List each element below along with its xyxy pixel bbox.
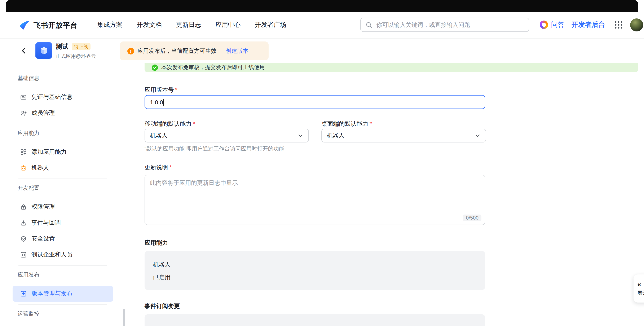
sidebar-item-label: 事件与回调 xyxy=(32,219,61,227)
sidebar-group-title-release: 应用发布 xyxy=(18,272,108,278)
app-icon xyxy=(35,42,52,59)
tab-developer-console[interactable]: 开发者后台 xyxy=(572,12,605,38)
sidebar-group-title-capability: 应用能力 xyxy=(18,130,108,136)
apps-grid-icon[interactable] xyxy=(614,20,623,29)
mobile-capability-select[interactable]: 机器人 xyxy=(144,129,309,142)
nav-item-changelog[interactable]: 更新日志 xyxy=(176,21,201,29)
sidebar-item-version-release[interactable]: 版本管理与发布 xyxy=(12,286,113,302)
nav-item-app-center[interactable]: 应用中心 xyxy=(215,21,240,29)
brand-logo[interactable]: 飞书开放平台 xyxy=(19,19,78,32)
chevron-left-icon xyxy=(20,46,28,55)
success-banner: 本次发布免审核，提交发布后即可上线使用 xyxy=(144,63,638,72)
sidebar-item-label: 机器人 xyxy=(32,164,49,172)
required-asterisk: * xyxy=(175,86,178,93)
lock-icon xyxy=(20,204,27,210)
sidebar-item-label: 成员管理 xyxy=(32,109,55,117)
sidebar-divider xyxy=(18,124,107,124)
capability-status: 已启用 xyxy=(153,274,170,282)
page: 飞书开放平台 集成方案 开发文档 更新日志 应用中心 开发者广场 问答 开发者后… xyxy=(0,0,644,326)
search-input[interactable] xyxy=(376,21,524,28)
nav-item-integration-solutions[interactable]: 集成方案 xyxy=(97,21,122,29)
app-subtitle: 正式应用@环界云 xyxy=(56,53,96,60)
search-icon xyxy=(366,22,372,28)
app-header: 飞书开放平台 集成方案 开发文档 更新日志 应用中心 开发者广场 问答 开发者后… xyxy=(0,12,644,38)
sidebar-group-title-devconfig: 开发配置 xyxy=(18,185,108,192)
desktop-capability-label: 桌面端的默认能力* xyxy=(321,120,372,128)
sidebar-item-bot[interactable]: 机器人 xyxy=(12,160,113,176)
capability-hint: “默认的应用功能”即用户通过工作台访问应用时打开的功能 xyxy=(144,145,284,152)
robot-icon xyxy=(20,165,27,172)
id-card-icon xyxy=(20,94,27,100)
required-asterisk: * xyxy=(193,120,195,127)
app-status-badge: 待上线 xyxy=(72,43,90,50)
version-value: 1.0.0 xyxy=(150,99,163,106)
required-asterisk: * xyxy=(370,120,372,127)
sidebar-divider xyxy=(18,178,107,179)
window-top-bar xyxy=(6,0,638,12)
alert-banner: ! 应用发布后，当前配置方可生效 创建版本 xyxy=(120,42,268,60)
success-text: 本次发布免审核，提交发布后即可上线使用 xyxy=(161,64,265,71)
brand-name: 飞书开放平台 xyxy=(34,20,78,30)
expand-panel-button[interactable]: « 展开 xyxy=(634,274,644,302)
back-button[interactable] xyxy=(19,46,28,55)
chevron-down-icon xyxy=(475,132,480,138)
sidebar-scrollbar[interactable] xyxy=(123,309,125,326)
capability-name: 机器人 xyxy=(153,261,170,268)
sidebar-item-label: 凭证与基础信息 xyxy=(32,94,72,101)
add-capability-icon xyxy=(20,149,27,156)
nav-item-dev-docs[interactable]: 开发文档 xyxy=(136,21,162,29)
sidebar-item-label: 安全设置 xyxy=(32,235,55,242)
nav-item-developer-marketplace[interactable]: 开发者广场 xyxy=(255,21,286,29)
main-nav: 集成方案 开发文档 更新日志 应用中心 开发者广场 xyxy=(97,12,286,38)
double-chevron-left-icon: « xyxy=(637,280,641,288)
create-version-link[interactable]: 创建版本 xyxy=(226,47,248,55)
capability-section-title: 应用能力 xyxy=(144,239,168,247)
sidebar-divider xyxy=(18,265,107,266)
sidebar-item-members[interactable]: 成员管理 xyxy=(12,105,113,121)
text-caret xyxy=(164,99,164,106)
code-brackets-icon xyxy=(20,252,27,258)
sidebar-item-test-org[interactable]: 测试企业和人员 xyxy=(12,247,113,263)
version-input[interactable]: 1.0.0 xyxy=(144,95,485,109)
tab-label: 开发者后台 xyxy=(572,20,605,29)
sidebar-item-security-settings[interactable]: 安全设置 xyxy=(12,231,113,247)
success-check-icon xyxy=(152,64,158,70)
qa-icon xyxy=(540,20,548,29)
sidebar-item-label: 添加应用能力 xyxy=(32,148,66,156)
sidebar-item-label: 权限管理 xyxy=(32,203,55,211)
sidebar-divider xyxy=(18,304,107,305)
arrow-up-box-icon xyxy=(20,290,27,297)
qa-button[interactable]: 问答 xyxy=(540,12,564,38)
required-asterisk: * xyxy=(169,164,172,170)
char-counter: 0/500 xyxy=(463,214,482,221)
expand-label: 展开 xyxy=(637,289,644,296)
sidebar-item-label: 版本管理与发布 xyxy=(32,290,72,298)
inbox-arrow-icon xyxy=(20,220,27,226)
update-notes-field: 0/500 xyxy=(144,175,485,225)
event-panel xyxy=(144,314,485,326)
version-label: 应用版本号* xyxy=(144,86,178,94)
feishu-logo-icon xyxy=(19,20,30,31)
sidebar-item-credentials[interactable]: 凭证与基础信息 xyxy=(12,89,113,105)
desktop-capability-select[interactable]: 机器人 xyxy=(321,129,486,142)
chevron-down-icon xyxy=(298,132,303,138)
search-box xyxy=(360,18,529,32)
update-notes-textarea[interactable] xyxy=(145,175,485,224)
sidebar-item-label: 测试企业和人员 xyxy=(32,251,72,258)
app-name: 测试 xyxy=(56,43,68,51)
mobile-capability-label: 移动端的默认能力* xyxy=(144,120,195,128)
sidebar-item-permissions[interactable]: 权限管理 xyxy=(12,199,113,215)
user-avatar[interactable] xyxy=(630,18,643,32)
members-icon xyxy=(20,110,27,116)
shield-check-icon xyxy=(20,236,27,242)
sidebar-group-title-basic: 基础信息 xyxy=(18,75,108,82)
sidebar: 基础信息 凭证与基础信息 成员管理 应用能力 xyxy=(12,69,113,325)
warning-icon: ! xyxy=(128,48,134,54)
sidebar-item-add-capability[interactable]: 添加应用能力 xyxy=(12,144,113,160)
event-section-title: 事件订阅变更 xyxy=(144,302,180,310)
select-value: 机器人 xyxy=(150,132,168,139)
update-notes-label: 更新说明* xyxy=(144,164,172,172)
app-bar: 测试 待上线 正式应用@环界云 ! 应用发布后，当前配置方可生效 创建版本 xyxy=(0,38,644,63)
capability-panel: 机器人 已启用 xyxy=(144,251,485,290)
sidebar-item-events-callbacks[interactable]: 事件与回调 xyxy=(12,215,113,231)
